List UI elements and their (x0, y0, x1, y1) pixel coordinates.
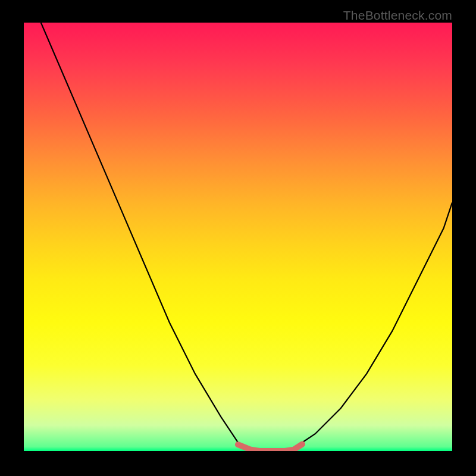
bottom-marker (238, 444, 302, 452)
watermark-text: TheBottleneck.com (343, 8, 452, 23)
curve-layer (24, 23, 452, 451)
left-descent-line (41, 23, 255, 451)
plot-area (24, 23, 452, 451)
right-ascent-line (289, 202, 452, 451)
chart-container: TheBottleneck.com (0, 0, 476, 476)
